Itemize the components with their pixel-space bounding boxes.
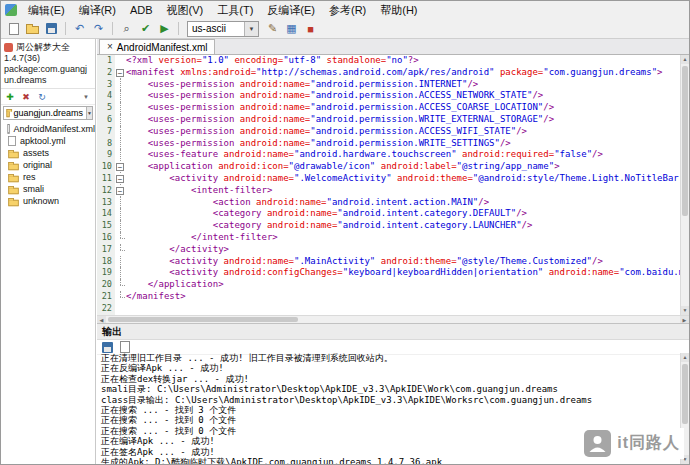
- editor-line[interactable]: 16 </intent-filter>: [97, 232, 680, 244]
- app-package: package:com.guangjun.dreams: [4, 64, 92, 86]
- chevron-down-icon[interactable]: ▼: [244, 22, 258, 36]
- menu-item-help[interactable]: 帮助(H): [373, 1, 424, 20]
- editor-line[interactable]: 15 <category android:name="android.inten…: [97, 220, 680, 232]
- open-file-icon[interactable]: [24, 21, 41, 37]
- editor-line[interactable]: 8 <uses-permission android:name="android…: [97, 138, 680, 150]
- editor-line[interactable]: 18 <activity android:name=".MainActivity…: [97, 256, 680, 268]
- line-number: 13: [97, 197, 115, 209]
- editor-line[interactable]: 22: [97, 303, 680, 315]
- menu-item-adb[interactable]: ADB: [123, 2, 160, 18]
- fold-margin: [115, 55, 126, 67]
- fold-collapse-icon[interactable]: [115, 67, 126, 79]
- tree-item-unknown[interactable]: unknown: [1, 195, 95, 207]
- code-text: <activity android:name=".WelcomeActivity…: [126, 173, 680, 185]
- save-output-icon[interactable]: [101, 341, 114, 353]
- app-icon: [5, 4, 17, 16]
- tab-close-icon[interactable]: ×: [107, 42, 113, 52]
- editor-line[interactable]: 11 <activity android:name=".WelcomeActiv…: [97, 173, 680, 185]
- project-combo[interactable]: guangjun.dreams ▼: [3, 106, 93, 120]
- editor-line[interactable]: 17 </activity>: [97, 244, 680, 256]
- editor-line[interactable]: 13 <action android:name="android.intent.…: [97, 197, 680, 209]
- search-icon[interactable]: ⌕: [118, 21, 135, 37]
- editor-line[interactable]: 2<manifest xmlns:android="http://schemas…: [97, 67, 680, 79]
- toolbar-separator: [65, 22, 66, 35]
- tab-androidmanifest[interactable]: × AndroidManifest.xml: [99, 39, 215, 54]
- tree-item-androidmanifest-xml[interactable]: AndroidManifest.xml: [1, 123, 95, 135]
- project-chevron-icon[interactable]: ▼: [86, 107, 92, 119]
- tree-item-assets[interactable]: assets: [1, 147, 95, 159]
- line-number: 5: [97, 102, 115, 114]
- editor-line[interactable]: 3 <uses-permission android:name="android…: [97, 79, 680, 91]
- output-scroll-up-icon[interactable]: ▲: [681, 353, 689, 362]
- fold-margin: [115, 102, 126, 114]
- tree-item-label: res: [23, 172, 36, 182]
- refresh-tree-icon[interactable]: ↻: [35, 90, 49, 103]
- package-apk-icon[interactable]: ▦: [283, 21, 300, 37]
- compile-apk-icon[interactable]: ✔: [137, 21, 154, 37]
- project-sidebar: 周公解梦大全 1.4.7(36) package:com.guangjun.dr…: [1, 39, 96, 464]
- run-apk-icon[interactable]: ▶: [156, 21, 173, 37]
- more-chevron-icon[interactable]: ▼: [79, 90, 93, 103]
- editor-line[interactable]: 12 <intent-filter>: [97, 185, 680, 197]
- editor-line[interactable]: 14 <category android:name="android.inten…: [97, 208, 680, 220]
- editor-line[interactable]: 6 <uses-permission android:name="android…: [97, 114, 680, 126]
- stop-icon[interactable]: ■: [302, 21, 319, 37]
- redo-icon[interactable]: ↷: [90, 21, 107, 37]
- code-editor[interactable]: 1<?xml version="1.0" encoding="utf-8" st…: [97, 55, 689, 315]
- fold-collapse-icon[interactable]: [115, 173, 126, 185]
- folder-icon: [8, 199, 18, 205]
- fold-margin: [115, 291, 126, 303]
- fold-collapse-icon[interactable]: [115, 185, 126, 197]
- copy-output-icon[interactable]: [118, 341, 131, 353]
- editor-lines[interactable]: 1<?xml version="1.0" encoding="utf-8" st…: [97, 55, 680, 315]
- menu-item-view[interactable]: 视图(V): [160, 1, 211, 20]
- code-text: <manifest xmlns:android="http://schemas.…: [126, 67, 680, 79]
- editor-line[interactable]: 19 <activity android:configChanges="keyb…: [97, 267, 680, 279]
- tree-item-res[interactable]: res: [1, 171, 95, 183]
- fold-collapse-icon[interactable]: [115, 161, 126, 173]
- editor-vscroll-thumb[interactable]: [682, 66, 688, 216]
- editor-hscrollbar[interactable]: ◀ ▶: [97, 315, 689, 323]
- tree-item-original[interactable]: original: [1, 159, 95, 171]
- editor-line[interactable]: 5 <uses-permission android:name="android…: [97, 102, 680, 114]
- project-app-icon: [4, 43, 13, 52]
- editor-line[interactable]: 4 <uses-permission android:name="android…: [97, 90, 680, 102]
- output-vscroll-thumb[interactable]: [682, 364, 688, 424]
- editor-line[interactable]: 7 <uses-permission android:name="android…: [97, 126, 680, 138]
- save-file-icon[interactable]: [43, 21, 60, 37]
- editor-line[interactable]: 9 <uses-feature android:name="android.ha…: [97, 149, 680, 161]
- toolbar-icons-after: ✎▦■: [264, 21, 319, 37]
- fold-margin: [115, 90, 126, 102]
- sign-apk-icon[interactable]: ✎: [264, 21, 281, 37]
- fold-margin: [115, 138, 126, 150]
- scroll-down-icon[interactable]: ▼: [681, 306, 689, 315]
- toolbar-separator: [178, 22, 179, 35]
- menu-item-edit[interactable]: 编辑(E): [21, 1, 72, 20]
- encoding-combobox[interactable]: us-ascii ▼: [187, 21, 259, 37]
- fold-margin: [115, 149, 126, 161]
- delete-file-icon[interactable]: ✖: [19, 90, 33, 103]
- add-file-icon[interactable]: ✚: [3, 90, 17, 103]
- editor-line[interactable]: 20 </application>: [97, 279, 680, 291]
- watermark-text: it同路人: [617, 433, 680, 454]
- editor-vscrollbar[interactable]: ▲ ▼: [680, 55, 689, 315]
- line-number: 14: [97, 208, 115, 220]
- editor-line[interactable]: 21</manifest>: [97, 291, 680, 303]
- editor-hscroll-thumb[interactable]: [108, 317, 298, 322]
- tree-item-apktool-yml[interactable]: apktool.yml: [1, 135, 95, 147]
- menu-item-tools[interactable]: 工具(T): [210, 1, 260, 20]
- menu-item-compile[interactable]: 编译(R): [72, 1, 123, 20]
- editor-line[interactable]: 10 <application android:icon="@drawable/…: [97, 161, 680, 173]
- log-line: 正在反编译Apk ... - 成功!: [101, 363, 680, 373]
- editor-line[interactable]: 1<?xml version="1.0" encoding="utf-8" st…: [97, 55, 680, 67]
- code-text: <action android:name="android.intent.act…: [126, 197, 680, 209]
- undo-icon[interactable]: ↶: [71, 21, 88, 37]
- menu-item-reference[interactable]: 参考(R): [322, 1, 373, 20]
- menu-item-decompile[interactable]: 反编译(E): [260, 1, 322, 20]
- tree-item-label: assets: [23, 148, 49, 158]
- scroll-up-icon[interactable]: ▲: [681, 55, 689, 64]
- new-file-icon[interactable]: [5, 21, 22, 37]
- watermark-logo-icon: [584, 430, 611, 457]
- folder-icon: [8, 175, 18, 181]
- tree-item-smali[interactable]: smali: [1, 183, 95, 195]
